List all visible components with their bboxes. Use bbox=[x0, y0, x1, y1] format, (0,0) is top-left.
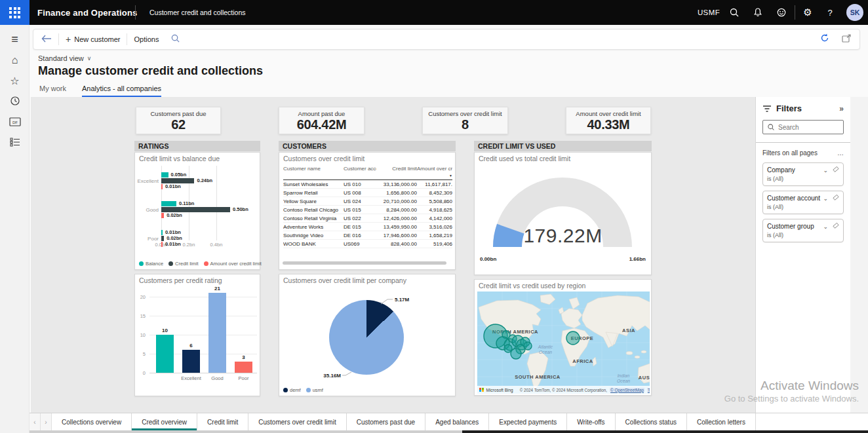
sidebar-item-recent[interactable] bbox=[0, 92, 30, 110]
bar[interactable] bbox=[182, 350, 200, 373]
report-page-tab[interactable]: Collections status bbox=[616, 413, 687, 430]
sidebar-item-modules[interactable] bbox=[0, 133, 30, 151]
eraser-clear-filter-icon[interactable] bbox=[832, 194, 839, 202]
horizontal-scrollbar-track[interactable] bbox=[30, 430, 868, 433]
column-header[interactable]: Customer name bbox=[283, 166, 344, 179]
report-page-tab[interactable]: Aged balances bbox=[425, 413, 489, 430]
eraser-clear-filter-icon[interactable] bbox=[832, 222, 839, 231]
chevron-down-icon[interactable]: ⌄ bbox=[823, 195, 828, 202]
feedback-button[interactable] bbox=[772, 0, 791, 25]
sidebar-item-home[interactable]: ⌂ bbox=[0, 51, 30, 69]
help-button[interactable]: ? bbox=[821, 0, 839, 25]
tabs-scroll-right-button[interactable]: › bbox=[41, 413, 52, 430]
kpi-card: Customers past due62 bbox=[136, 107, 221, 134]
table-row[interactable]: Sunset WholesalesUS 01033,136,000.0011,6… bbox=[283, 180, 452, 189]
tab-analytics-all-companies[interactable]: Analytics - all companies bbox=[82, 85, 161, 97]
legend-item[interactable]: demf bbox=[283, 387, 301, 393]
report-page-tab[interactable]: Collection letters bbox=[687, 413, 756, 430]
table-row[interactable]: Sparrow RetailUS 0081,656,800.008,452,30… bbox=[283, 189, 452, 197]
legend-item[interactable]: Credit limit bbox=[168, 261, 198, 267]
app-title[interactable]: Finance and Operations bbox=[37, 0, 138, 25]
table-body: Sunset WholesalesUS 01033,136,000.0011,6… bbox=[283, 180, 452, 248]
action-pane-search-button[interactable] bbox=[170, 33, 180, 46]
bar-segment[interactable] bbox=[161, 213, 164, 218]
table-row[interactable]: Adventure WorksDE 01513,459,950.003,516,… bbox=[283, 223, 452, 231]
report-page-tab[interactable]: Credit limit bbox=[197, 413, 248, 430]
open-in-new-window-button[interactable] bbox=[842, 33, 852, 45]
report-page-tab[interactable]: Credit overview bbox=[132, 413, 197, 430]
collapse-pane-icon[interactable]: » bbox=[839, 104, 844, 113]
gauge-chart[interactable] bbox=[475, 153, 651, 268]
company-picker[interactable]: USMF bbox=[694, 0, 724, 25]
bing-map[interactable]: NORTH AMERICAEUROPEASIAAFRICASOUTH AMERI… bbox=[477, 292, 650, 394]
bar[interactable] bbox=[208, 293, 226, 373]
filter-card[interactable]: Customer group⌄is (All) bbox=[762, 219, 844, 242]
map-data-bubble[interactable] bbox=[511, 348, 521, 359]
map-continent-label: ASIA bbox=[622, 328, 635, 333]
report-page-tab[interactable]: Write-offs bbox=[567, 413, 615, 430]
map-data-bubble[interactable] bbox=[566, 331, 580, 345]
bar-segment[interactable] bbox=[161, 207, 230, 212]
report-page-tab[interactable]: Expected payments bbox=[489, 413, 567, 430]
bar-segment[interactable] bbox=[161, 172, 168, 178]
sidebar-item-workspaces[interactable]: DF bbox=[0, 113, 30, 131]
chevron-down-icon[interactable]: ⌄ bbox=[823, 167, 828, 174]
more-options-icon[interactable]: … bbox=[837, 149, 844, 157]
bar[interactable] bbox=[156, 335, 174, 373]
filter-card[interactable]: Customer account⌄is (All) bbox=[762, 191, 844, 214]
options-button[interactable]: Options bbox=[134, 35, 159, 43]
column-header[interactable]: Customer account bbox=[344, 166, 376, 179]
terms-link[interactable]: Terms bbox=[647, 388, 650, 392]
bar-segment[interactable] bbox=[161, 242, 163, 247]
legend-label: Credit limit bbox=[175, 261, 198, 267]
back-button[interactable] bbox=[41, 33, 52, 45]
report-page-tab[interactable]: Customers past due bbox=[347, 413, 426, 430]
app-launcher-button[interactable] bbox=[0, 0, 30, 25]
report-page-tab[interactable]: Customers over credit limit bbox=[248, 413, 346, 430]
report-page-tab-bar: ‹ › Collections overviewCredit overviewC… bbox=[30, 413, 868, 430]
bar[interactable] bbox=[235, 362, 252, 373]
bar-segment[interactable] bbox=[161, 230, 163, 235]
report-page-tab[interactable]: Collections overview bbox=[52, 413, 132, 430]
legend-item[interactable]: Balance bbox=[139, 261, 163, 267]
axis-tick-label: 5 bbox=[136, 351, 146, 357]
bar-value-label: 10 bbox=[152, 328, 178, 333]
eraser-clear-filter-icon[interactable] bbox=[832, 166, 839, 174]
legend-item[interactable]: usmf bbox=[306, 387, 323, 393]
tabs-scroll-left-button[interactable]: ‹ bbox=[30, 413, 41, 430]
search-button[interactable] bbox=[724, 0, 744, 25]
column-header[interactable]: Credit limit bbox=[376, 166, 417, 179]
settings-button[interactable]: ⚙ bbox=[799, 0, 817, 25]
legend-item[interactable]: Amount over credit limit bbox=[204, 261, 262, 267]
bar-segment[interactable] bbox=[161, 201, 176, 206]
bar-segment[interactable] bbox=[161, 236, 164, 241]
hamburger-menu-button[interactable]: ≡ bbox=[0, 30, 30, 48]
table-row[interactable]: WOOD BANKUS069828,400.00519,406 bbox=[283, 240, 452, 248]
table-row[interactable]: Yellow SquareUS 02420,710,000.005,508,86… bbox=[283, 197, 452, 206]
notifications-button[interactable] bbox=[748, 0, 768, 25]
osm-link[interactable]: © OpenStreetMap bbox=[610, 388, 644, 392]
refresh-button[interactable] bbox=[819, 33, 830, 46]
kpi-value: 604.42M bbox=[279, 117, 364, 132]
tab-my-work[interactable]: My work bbox=[39, 85, 66, 97]
map-data-bubble[interactable] bbox=[524, 342, 532, 350]
table-row[interactable]: Contoso Retail ChicagoUS 0158,284,000.00… bbox=[283, 206, 452, 214]
sidebar-item-favorites[interactable]: ☆ bbox=[0, 71, 30, 90]
bar-segment[interactable] bbox=[161, 178, 194, 183]
account-avatar[interactable]: SK bbox=[845, 0, 865, 25]
table-row[interactable]: Southridge VideoDE 01617,946,600.001,658… bbox=[283, 231, 452, 240]
column-header[interactable]: Amount over credit limit▼ bbox=[417, 166, 452, 179]
filter-search-box[interactable] bbox=[762, 120, 844, 134]
horizontal-scrollbar-thumb[interactable] bbox=[462, 430, 868, 433]
chevron-down-icon[interactable]: ⌄ bbox=[823, 223, 828, 230]
filter-search-input[interactable] bbox=[778, 124, 836, 131]
new-customer-button[interactable]: + New customer bbox=[66, 35, 120, 44]
pie-chart[interactable] bbox=[329, 300, 404, 375]
application-window: Finance and Operations Customer credit a… bbox=[0, 0, 868, 433]
horizontal-scrollbar[interactable] bbox=[283, 261, 446, 265]
tile-credit-used-vs-total-credit-limit: Credit used vs total credit limit 179.22… bbox=[474, 152, 652, 275]
filter-card[interactable]: Company⌄is (All) bbox=[762, 162, 844, 186]
view-selector[interactable]: Standard view ∨ bbox=[38, 54, 91, 62]
table-row[interactable]: Contoso Retail VirginiaUS 02212,426,000.… bbox=[283, 214, 452, 223]
bar-segment[interactable] bbox=[161, 184, 163, 189]
